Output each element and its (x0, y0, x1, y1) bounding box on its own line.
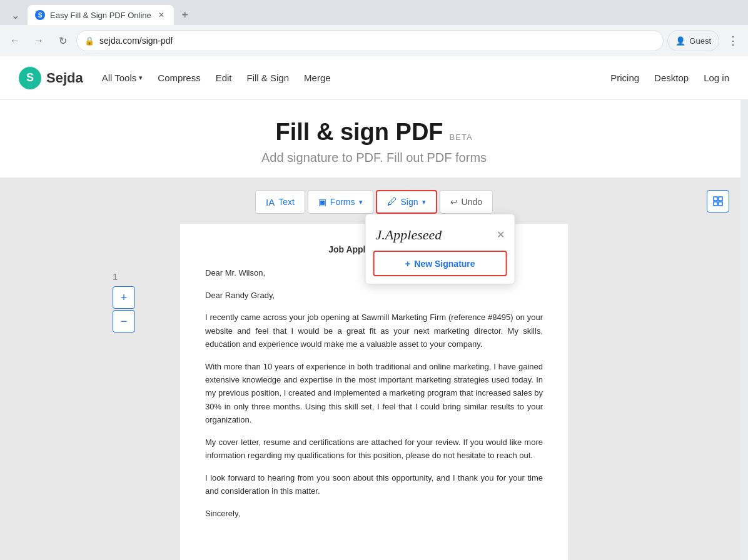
tab-title: Easy Fill & Sign PDF Online (50, 11, 151, 20)
new-tab-btn[interactable]: + (176, 6, 194, 24)
grid-icon (713, 196, 723, 206)
tab-favicon: S (35, 10, 45, 20)
sign-tool-btn[interactable]: 🖊 Sign ▾ (376, 190, 437, 214)
nav-pricing[interactable]: Pricing (610, 72, 639, 83)
forward-btn[interactable]: → (29, 31, 49, 51)
nav-edit[interactable]: Edit (216, 72, 232, 83)
beta-badge: BETA (450, 132, 473, 142)
sign-icon: 🖊 (387, 196, 397, 208)
browser-tabs: ⌄ S Easy Fill & Sign PDF Online ✕ + (0, 0, 748, 25)
doc-closing: Sincerely, (205, 507, 543, 520)
grid-view-btn[interactable] (707, 190, 729, 212)
top-nav: S Sejda All Tools ▾ Compress Edit Fill &… (0, 56, 748, 100)
nav-right: Pricing Desktop Log in (610, 72, 729, 83)
address-bar[interactable]: 🔒 sejda.com/sign-pdf (76, 30, 664, 51)
page-number: 1 (113, 271, 118, 282)
plus-icon: + (405, 258, 411, 269)
svg-rect-2 (714, 202, 717, 206)
doc-para3: My cover letter, resume and certificatio… (205, 436, 543, 462)
chevron-down-icon: ▾ (139, 74, 143, 82)
logo-name: Sejda (46, 70, 83, 86)
new-signature-label: New Signature (414, 259, 475, 269)
account-icon: 👤 (675, 36, 685, 46)
scrollbar[interactable] (740, 56, 748, 560)
svg-rect-1 (719, 197, 722, 201)
signature-text: J.Appleseed (376, 227, 442, 243)
svg-rect-3 (719, 202, 722, 206)
text-icon: IA (266, 197, 275, 208)
nav-all-tools[interactable]: All Tools ▾ (102, 72, 143, 83)
refresh-btn[interactable]: ↻ (53, 31, 73, 51)
hero-section: Fill & sign PDF BETA Add signature to PD… (0, 100, 748, 178)
guest-label: Guest (689, 36, 711, 46)
nav-compress[interactable]: Compress (158, 72, 200, 83)
nav-fill-sign[interactable]: Fill & Sign (247, 72, 290, 83)
undo-btn[interactable]: ↩ Undo (440, 190, 493, 214)
page-content: S Sejda All Tools ▾ Compress Edit Fill &… (0, 56, 748, 560)
active-tab[interactable]: S Easy Fill & Sign PDF Online ✕ (28, 5, 174, 25)
browser-chrome: ⌄ S Easy Fill & Sign PDF Online ✕ + ← → … (0, 0, 748, 56)
browser-menu-btn[interactable]: ⋮ (723, 31, 743, 51)
zoom-out-btn[interactable]: − (113, 310, 135, 332)
doc-para2: With more than 10 years of experience in… (205, 360, 543, 427)
sign-chevron-icon: ▾ (422, 198, 426, 206)
back-btn[interactable]: ← (5, 31, 25, 51)
toolbar-wrapper: IA Text ▣ Forms ▾ 🖊 Sign ▾ ↩ Undo J.Appl… (0, 178, 748, 560)
tab-close-btn[interactable]: ✕ (156, 10, 166, 20)
tab-list-btn[interactable]: ⌄ (5, 5, 25, 25)
doc-para1: I recently came across your job opening … (205, 311, 543, 351)
nav-merge[interactable]: Merge (304, 72, 331, 83)
logo-area: S Sejda (19, 67, 83, 89)
url-text: sejda.com/sign-pdf (99, 36, 655, 46)
forms-chevron-icon: ▾ (359, 198, 363, 206)
new-signature-btn[interactable]: + New Signature (373, 251, 507, 276)
lock-icon: 🔒 (84, 36, 94, 46)
sign-dropdown: J.Appleseed ✕ + New Signature (365, 214, 515, 284)
text-tool-btn[interactable]: IA Text (255, 190, 305, 214)
nav-links: All Tools ▾ Compress Edit Fill & Sign Me… (102, 72, 611, 83)
signature-item[interactable]: J.Appleseed ✕ (373, 222, 507, 248)
doc-para4: I look forward to hearing from you soon … (205, 471, 543, 498)
undo-icon: ↩ (450, 197, 458, 207)
nav-desktop[interactable]: Desktop (654, 72, 689, 83)
forms-tool-btn[interactable]: ▣ Forms ▾ (308, 190, 373, 214)
signature-close-btn[interactable]: ✕ (497, 230, 505, 240)
zoom-in-btn[interactable]: + (113, 286, 135, 309)
doc-salutation: Dear Randy Grady, (205, 289, 543, 302)
svg-rect-0 (714, 197, 717, 201)
zoom-controls: + − (113, 286, 135, 332)
forms-icon: ▣ (318, 197, 326, 207)
hero-title: Fill & sign PDF BETA (275, 119, 472, 146)
guest-btn[interactable]: 👤 Guest (667, 30, 719, 51)
hero-subtitle: Add signature to PDF. Fill out PDF forms (0, 151, 748, 165)
logo-icon: S (19, 67, 41, 89)
nav-login[interactable]: Log in (704, 72, 729, 83)
browser-toolbar: ← → ↻ 🔒 sejda.com/sign-pdf 👤 Guest ⋮ (0, 25, 748, 56)
